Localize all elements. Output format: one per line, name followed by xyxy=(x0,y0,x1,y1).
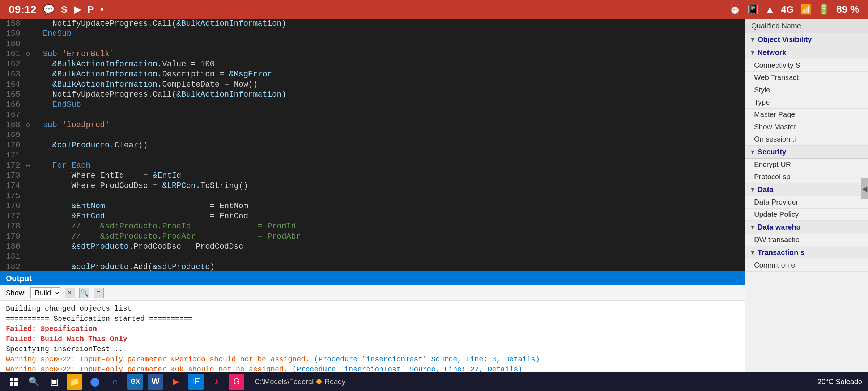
app4-icon[interactable]: ♪ xyxy=(208,374,224,390)
line-collapse[interactable]: ⊖ xyxy=(26,120,33,130)
skype-icon[interactable]: S xyxy=(61,4,67,15)
output-line: Building changed objects list xyxy=(6,304,739,314)
code-line: 180 &sdtProducto.ProdCodDsc = ProdCodDsc xyxy=(0,242,745,252)
panel-row: Protocol sp xyxy=(745,171,868,183)
output-title: Output xyxy=(6,274,32,283)
line-number: 173 xyxy=(0,171,26,181)
word-icon[interactable]: W xyxy=(148,374,163,390)
code-line: 177 &EntCod = EntCod xyxy=(0,211,745,222)
panel-row-label: Data Provider xyxy=(754,198,798,206)
line-content: NotifyUpdateProgress.Call(&BulkActionInf… xyxy=(33,90,745,100)
app5-icon[interactable]: G xyxy=(229,374,244,390)
right-panel: Qualified Name ▼Object Visibility▼Networ… xyxy=(745,19,868,372)
output-line: warning spc0022: Input-only parameter &P… xyxy=(6,354,739,365)
panel-section-transaction-s[interactable]: ▼Transaction s xyxy=(745,246,868,259)
clear-btn[interactable]: ✕ xyxy=(65,288,75,298)
panel-row: Type xyxy=(745,96,868,109)
output-line: Specifying insercionTest ... xyxy=(6,344,739,354)
youtube-icon[interactable]: ▶ xyxy=(74,4,81,15)
output-line: ========== Specification started =======… xyxy=(6,314,739,324)
task-view[interactable]: ▣ xyxy=(46,374,62,390)
line-number: 171 xyxy=(0,151,26,161)
status-bar-right: ⏰ 📳 ▲ 4G 📶 🔋 89 % xyxy=(729,4,859,15)
panel-row: Commit on e xyxy=(745,259,868,272)
output-link[interactable]: (Procedure 'insercionTest' Source, Line:… xyxy=(314,355,540,363)
code-line: 166 EndSub xyxy=(0,100,745,110)
panel-collapse-arrow[interactable]: ◀ xyxy=(861,178,868,199)
search-taskbar[interactable]: 🔍 xyxy=(26,374,42,390)
panel-section-security[interactable]: ▼Security xyxy=(745,146,868,159)
genexus-icon[interactable]: GX xyxy=(127,374,143,390)
panel-row: Master Page xyxy=(745,109,868,121)
output-content[interactable]: Building changed objects list ==========… xyxy=(0,301,745,372)
line-number: 168 xyxy=(0,120,26,130)
panel-section-data-wareho[interactable]: ▼Data wareho xyxy=(745,221,868,234)
line-number: 175 xyxy=(0,191,26,201)
pocket-icon[interactable]: P xyxy=(88,4,94,15)
line-content: Where EntId = &EntId xyxy=(33,171,745,181)
panel-row: Show Master xyxy=(745,121,868,133)
vibrate-icon: 📳 xyxy=(747,4,759,15)
panel-row-label: Style xyxy=(754,86,770,94)
output-link[interactable]: (Procedure 'insercionTest' Source, Line:… xyxy=(292,365,522,372)
right-panel-header: Qualified Name xyxy=(745,19,868,33)
line-number: 180 xyxy=(0,242,26,252)
line-content: &BulkActionInformation.CompleteDate = No… xyxy=(33,80,745,90)
panel-row-label: Connectivity S xyxy=(754,61,800,70)
show-select[interactable]: Build xyxy=(30,287,60,298)
panel-row-label: Type xyxy=(754,98,770,106)
code-line: 161⊖ Sub 'ErrorBulk' xyxy=(0,49,745,59)
whatsapp-icon[interactable]: 💬 xyxy=(43,4,55,15)
panel-section-network[interactable]: ▼Network xyxy=(745,46,868,59)
taskbar-status: C:\Models\Federal Ready xyxy=(249,378,351,386)
line-content: Where ProdCodDsc = &LRPCon.ToString() xyxy=(33,181,745,191)
line-collapse[interactable]: ⊖ xyxy=(26,49,33,59)
line-content: &BulkActionInformation.Value = 100 xyxy=(33,59,745,70)
line-content: Sub 'ErrorBulk' xyxy=(33,49,745,59)
wrap-btn[interactable]: ≡ xyxy=(94,288,104,298)
line-number: 170 xyxy=(0,140,26,151)
line-number: 159 xyxy=(0,29,26,39)
start-button[interactable] xyxy=(6,374,22,390)
code-line: 160 xyxy=(0,39,745,49)
line-collapse[interactable]: ⊖ xyxy=(26,161,33,171)
code-line: 175 xyxy=(0,191,745,201)
line-number: 161 xyxy=(0,49,26,59)
code-line: 174 Where ProdCodDsc = &LRPCon.ToString(… xyxy=(0,181,745,191)
chrome-icon[interactable]: ⬤ xyxy=(87,374,103,390)
line-content: &sdtProducto.ProdCodDsc = ProdCodDsc xyxy=(33,242,745,252)
taskbar-temp: 20°C Soleado xyxy=(817,378,862,386)
file-explorer[interactable]: 📁 xyxy=(67,374,82,390)
line-number: 176 xyxy=(0,201,26,211)
taskbar-path: C:\Models\Federal xyxy=(255,378,314,386)
code-line: 181 xyxy=(0,252,745,262)
code-line: 164 &BulkActionInformation.CompleteDate … xyxy=(0,80,745,90)
code-line: 176 &EntNom = EntNom xyxy=(0,201,745,211)
line-number: 162 xyxy=(0,59,26,70)
code-line: 169 xyxy=(0,130,745,140)
panel-row-label: Commit on e xyxy=(754,261,795,269)
qualified-name-label: Qualified Name xyxy=(751,22,801,30)
panel-section-data[interactable]: ▼Data xyxy=(745,183,868,196)
taskbar-right: 20°C Soleado xyxy=(817,378,862,386)
panel-row: On session ti xyxy=(745,133,868,146)
line-number: 160 xyxy=(0,39,26,49)
line-number: 163 xyxy=(0,70,26,80)
panel-section-object-visibility[interactable]: ▼Object Visibility xyxy=(745,33,868,46)
output-line: Failed: Build With This Only xyxy=(6,334,739,344)
panel-row: DW transactio xyxy=(745,234,868,246)
panel-row-label: Encrypt URI xyxy=(754,160,793,169)
line-content: EndSub xyxy=(33,100,745,110)
code-line: 168⊖ sub 'loadprod' xyxy=(0,120,745,130)
line-content: // &sdtProducto.ProdAbr = ProdAbr xyxy=(33,232,745,242)
line-content: sub 'loadprod' xyxy=(33,120,745,130)
line-number: 169 xyxy=(0,130,26,140)
filter-btn[interactable]: 🔍 xyxy=(79,288,89,298)
line-number: 179 xyxy=(0,232,26,242)
status-bar-left: 09:12 💬 S ▶ P • xyxy=(9,3,104,16)
code-line: 173 Where EntId = &EntId xyxy=(0,171,745,181)
app3-icon[interactable]: IE xyxy=(188,374,204,390)
edge-icon[interactable]: e xyxy=(107,374,123,390)
app2-icon[interactable]: ▶ xyxy=(168,374,184,390)
code-line: 159 EndSub xyxy=(0,29,745,39)
